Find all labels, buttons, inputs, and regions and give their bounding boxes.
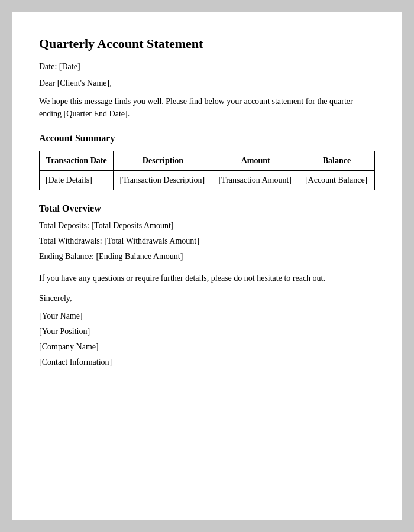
total-overview-section: Total Overview Total Deposits: [Total De… bbox=[39, 203, 375, 261]
date-line: Date: [Date] bbox=[39, 62, 375, 72]
document-container: Quarterly Account Statement Date: [Date]… bbox=[12, 12, 402, 520]
document-title: Quarterly Account Statement bbox=[39, 36, 375, 51]
signature-block: [Your Name] [Your Position] [Company Nam… bbox=[39, 312, 375, 367]
total-overview-heading: Total Overview bbox=[39, 203, 375, 214]
your-position: [Your Position] bbox=[39, 327, 375, 336]
col-header-amount: Amount bbox=[212, 151, 299, 171]
cell-amount: [Transaction Amount] bbox=[212, 171, 299, 190]
your-name: [Your Name] bbox=[39, 312, 375, 321]
col-header-description: Description bbox=[114, 151, 212, 171]
transactions-table: Transaction Date Description Amount Bala… bbox=[39, 151, 375, 190]
cell-description: [Transaction Description] bbox=[114, 171, 212, 190]
cell-balance: [Account Balance] bbox=[299, 171, 374, 190]
account-summary-heading: Account Summary bbox=[39, 133, 375, 144]
dear-line: Dear [Client's Name], bbox=[39, 79, 375, 88]
total-withdrawals-line: Total Withdrawals: [Total Withdrawals Am… bbox=[39, 236, 375, 246]
closing-text: If you have any questions or require fur… bbox=[39, 272, 375, 284]
total-deposits-line: Total Deposits: [Total Deposits Amount] bbox=[39, 221, 375, 231]
company-name: [Company Name] bbox=[39, 342, 375, 352]
intro-paragraph: We hope this message finds you well. Ple… bbox=[39, 95, 375, 120]
cell-date: [Date Details] bbox=[40, 171, 114, 190]
col-header-date: Transaction Date bbox=[40, 151, 114, 171]
ending-balance-line: Ending Balance: [Ending Balance Amount] bbox=[39, 252, 375, 261]
table-header-row: Transaction Date Description Amount Bala… bbox=[40, 151, 375, 171]
table-row: [Date Details][Transaction Description][… bbox=[40, 171, 375, 190]
col-header-balance: Balance bbox=[299, 151, 374, 171]
sincerely-line: Sincerely, bbox=[39, 294, 375, 303]
contact-info: [Contact Information] bbox=[39, 358, 375, 367]
